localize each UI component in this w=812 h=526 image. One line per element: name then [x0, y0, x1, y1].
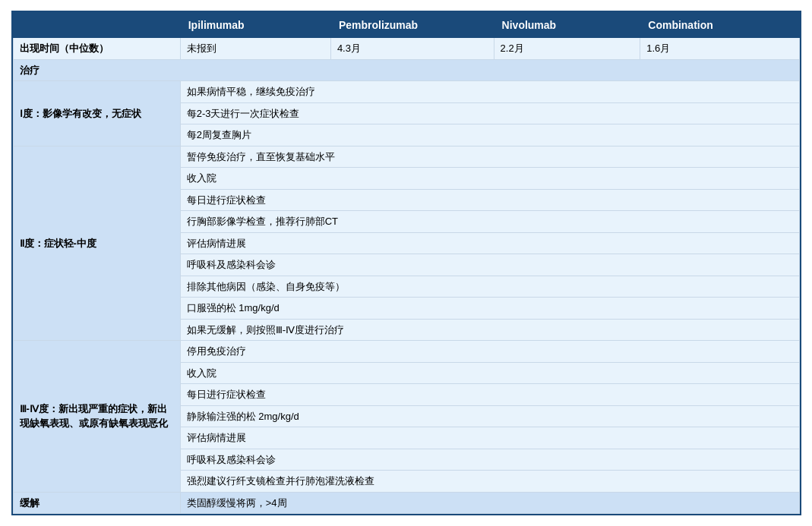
grade2-row-1: Ⅱ度：症状轻-中度 暂停免疫治疗，直至恢复基础水平	[13, 146, 799, 168]
grade2-label: Ⅱ度：症状轻-中度	[13, 146, 180, 341]
time-combo: 1.6月	[640, 38, 799, 60]
grade34-label: Ⅲ-Ⅳ度：新出现严重的症状，新出现缺氧表现、或原有缺氧表现恶化	[13, 341, 180, 493]
treatment-header-row: 治疗	[13, 59, 799, 81]
header-nivolumab: Nivolumab	[494, 13, 640, 38]
time-pembro: 4.3月	[330, 38, 494, 60]
grade1-label: Ⅰ度：影像学有改变，无症状	[13, 81, 180, 146]
header-ipilimumab: Ipilimumab	[180, 13, 330, 38]
time-label: 出现时间（中位数）	[13, 38, 180, 60]
header-col1	[13, 13, 180, 38]
grade34-item-1: 停用免疫治疗	[180, 341, 799, 363]
grade2-item-8: 口服强的松 1mg/kg/d	[180, 298, 799, 320]
grade2-item-1: 暂停免疫治疗，直至恢复基础水平	[180, 146, 799, 168]
grade34-item-5: 评估病情进展	[180, 427, 799, 449]
grade1-item-2: 每2-3天进行一次症状检查	[180, 102, 799, 124]
grade34-item-6: 呼吸科及感染科会诊	[180, 449, 799, 471]
time-ipili: 未报到	[180, 38, 330, 60]
header-pembrolizumab: Pembrolizumab	[330, 13, 494, 38]
grade2-item-9: 如果无缓解，则按照Ⅲ-Ⅳ度进行治疗	[180, 319, 799, 341]
grade1-item-3: 每2周复查胸片	[180, 124, 799, 146]
grade1-item-1: 如果病情平稳，继续免疫治疗	[180, 81, 799, 103]
treatment-header-label: 治疗	[13, 59, 799, 81]
time-nivol: 2.2月	[494, 38, 640, 60]
grade2-item-2: 收入院	[180, 168, 799, 190]
time-row: 出现时间（中位数） 未报到 4.3月 2.2月 1.6月	[13, 38, 799, 60]
header-combination: Combination	[640, 13, 799, 38]
grade2-item-5: 评估病情进展	[180, 232, 799, 254]
relief-row: 缓解 类固醇缓慢将两，>4周	[13, 492, 799, 514]
grade2-item-6: 呼吸科及感染科会诊	[180, 254, 799, 276]
grade2-item-7: 排除其他病因（感染、自身免疫等）	[180, 276, 799, 298]
grade34-item-4: 静脉输注强的松 2mg/kg/d	[180, 405, 799, 427]
relief-content: 类固醇缓慢将两，>4周	[180, 492, 799, 514]
grade1-row-1: Ⅰ度：影像学有改变，无症状 如果病情平稳，继续免疫治疗	[13, 81, 799, 103]
grade34-item-2: 收入院	[180, 362, 799, 384]
relief-label: 缓解	[13, 492, 180, 514]
header-row: Ipilimumab Pembrolizumab Nivolumab Combi…	[13, 13, 799, 38]
grade34-item-3: 每日进行症状检查	[180, 384, 799, 406]
main-table: Ipilimumab Pembrolizumab Nivolumab Combi…	[13, 12, 800, 514]
main-table-wrapper: Ipilimumab Pembrolizumab Nivolumab Combi…	[11, 11, 801, 515]
grade34-item-7: 强烈建议行纤支镜检查并行肺泡灌洗液检查	[180, 471, 799, 493]
grade34-row-1: Ⅲ-Ⅳ度：新出现严重的症状，新出现缺氧表现、或原有缺氧表现恶化 停用免疫治疗	[13, 341, 799, 363]
grade2-item-3: 每日进行症状检查	[180, 189, 799, 211]
grade2-item-4: 行胸部影像学检查，推荐行肺部CT	[180, 211, 799, 233]
